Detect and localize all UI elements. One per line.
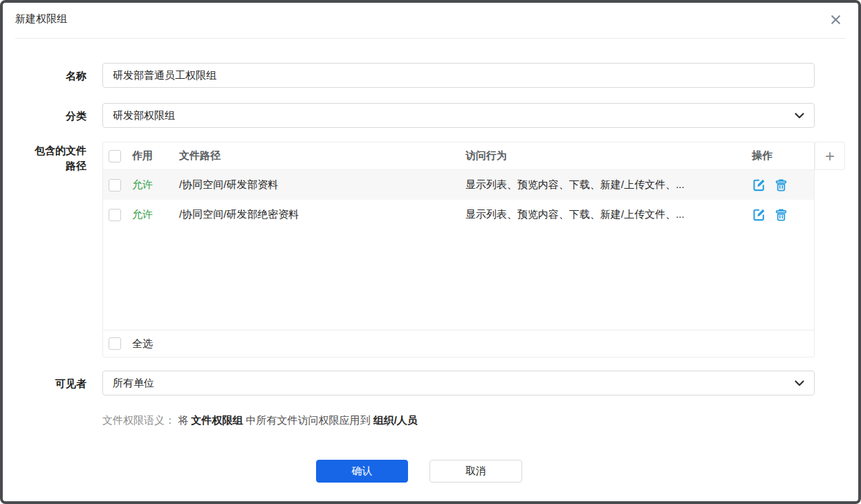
permission-semantics-hint: 文件权限语义： 将 文件权限组 中所有文件访问权限应用到 组织/人员	[102, 413, 418, 428]
header-checkbox[interactable]	[109, 150, 121, 162]
table-row: 允许 /协同空间/研发部资料 显示列表、预览内容、下载、新建/上传文件、...	[103, 170, 814, 200]
dialog-title: 新建权限组	[15, 12, 67, 26]
row-effect: 允许	[132, 208, 179, 221]
hint-segment: 文件权限语义：	[102, 414, 175, 426]
dialog-footer: 确认 取消	[316, 460, 522, 483]
category-select-value: 研发部权限组	[113, 109, 789, 122]
table-row: 允许 /协同空间/研发部绝密资料 显示列表、预览内容、下载、新建/上传文件、..…	[103, 200, 814, 230]
header-actions: 操作	[752, 149, 814, 162]
paths-table-header: 作用 文件路径 访问行为 操作	[103, 142, 814, 170]
row-behavior: 显示列表、预览内容、下载、新建/上传文件、...	[465, 208, 752, 221]
add-path-button[interactable]: +	[815, 142, 845, 170]
select-all-checkbox[interactable]	[109, 337, 121, 350]
paths-label-line1: 包含的文件	[3, 143, 86, 158]
paths-table: 作用 文件路径 访问行为 操作 允许 /协同空间/研发部资料 显示列表、预览内容…	[102, 142, 815, 357]
edit-icon[interactable]	[752, 207, 766, 222]
chevron-down-icon	[795, 380, 804, 386]
hint-segment: 中所有文件访问权限应用到	[246, 414, 373, 426]
new-permission-group-dialog: 新建权限组 名称 分类 研发部权限组 包含的文件 路径 作用 文件路径 访问行为	[0, 0, 861, 504]
row-behavior: 显示列表、预览内容、下载、新建/上传文件、...	[465, 178, 752, 192]
hint-segment: 将	[178, 414, 191, 426]
delete-icon[interactable]	[774, 207, 788, 222]
visibility-select[interactable]: 所有单位	[102, 371, 815, 395]
visibility-select-value: 所有单位	[113, 377, 789, 390]
name-label: 名称	[3, 68, 86, 83]
header-effect: 作用	[132, 149, 179, 162]
visibility-row: 可见者 所有单位	[3, 371, 815, 395]
category-label: 分类	[3, 109, 86, 123]
category-row: 分类 研发部权限组	[3, 103, 815, 128]
row-path: /协同空间/研发部绝密资料	[179, 208, 465, 221]
category-select[interactable]: 研发部权限组	[102, 103, 815, 128]
hint-segment: 组织/人员	[373, 414, 418, 426]
row-checkbox[interactable]	[109, 209, 121, 221]
chevron-down-icon	[795, 113, 804, 119]
header-behavior: 访问行为	[465, 149, 752, 162]
confirm-button[interactable]: 确认	[316, 460, 408, 483]
paths-label-line2: 路径	[3, 158, 86, 174]
paths-label: 包含的文件 路径	[3, 143, 86, 174]
row-path: /协同空间/研发部资料	[179, 178, 465, 192]
plus-icon: +	[825, 147, 835, 166]
name-row: 名称	[3, 63, 815, 88]
close-button[interactable]	[828, 12, 843, 27]
select-all-label: 全选	[132, 337, 153, 351]
title-separator	[15, 38, 846, 39]
select-all-row: 全选	[103, 330, 814, 357]
visibility-label: 可见者	[3, 376, 86, 391]
row-checkbox[interactable]	[109, 179, 121, 192]
name-input[interactable]	[102, 63, 815, 88]
hint-segment: 文件权限组	[191, 414, 243, 426]
cancel-button[interactable]: 取消	[429, 460, 522, 483]
header-path: 文件路径	[179, 149, 465, 162]
row-effect: 允许	[132, 178, 179, 192]
delete-icon[interactable]	[774, 178, 788, 192]
close-icon	[831, 15, 841, 25]
edit-icon[interactable]	[752, 178, 766, 192]
